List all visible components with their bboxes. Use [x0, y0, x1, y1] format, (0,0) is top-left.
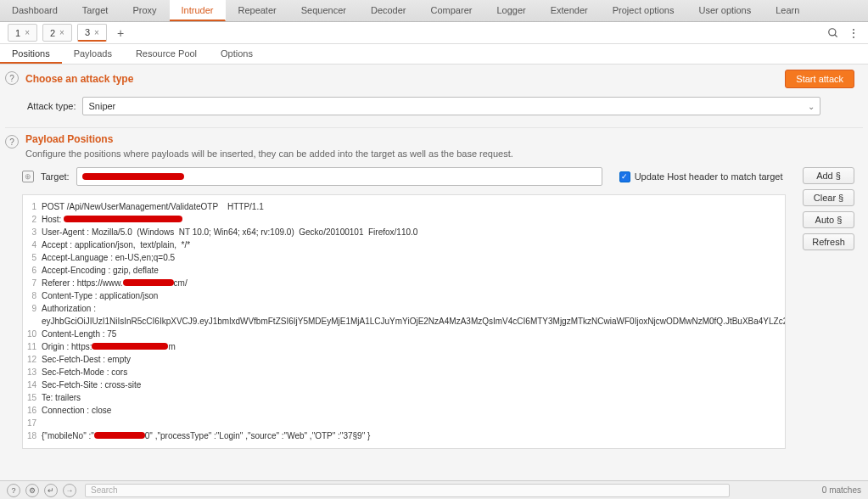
- target-input[interactable]: [76, 167, 602, 186]
- tab-comparer[interactable]: Comparer: [419, 0, 485, 21]
- clear-button[interactable]: Clear §: [803, 189, 854, 206]
- inner-tab-payloads[interactable]: Payloads: [62, 44, 124, 64]
- attack-type-value: Sniper: [88, 101, 115, 111]
- close-icon[interactable]: ×: [59, 28, 64, 37]
- payload-positions-heading: Payload Positions: [25, 133, 854, 145]
- close-icon[interactable]: ×: [94, 28, 99, 37]
- tab-intruder[interactable]: Intruder: [170, 0, 227, 21]
- chevron-down-icon: ⌄: [808, 102, 815, 111]
- help-icon[interactable]: ?: [5, 71, 19, 85]
- auto-button[interactable]: Auto §: [803, 211, 854, 228]
- forward-icon[interactable]: →: [63, 484, 76, 497]
- gear-icon[interactable]: ⚙: [25, 484, 39, 497]
- bottom-bar: ? ⚙ ↵ → Search 0 matches: [0, 480, 868, 499]
- start-attack-button[interactable]: Start attack: [785, 70, 854, 88]
- tab-target[interactable]: Target: [70, 0, 121, 21]
- menu-icon[interactable]: ⋮: [848, 26, 860, 40]
- tab-decoder[interactable]: Decoder: [359, 0, 419, 21]
- inner-tab-options[interactable]: Options: [209, 44, 265, 64]
- crosshair-icon[interactable]: ⊕: [22, 171, 34, 182]
- refreshbutton[interactable]: Refresh: [803, 233, 854, 250]
- sub-tab-2[interactable]: 2×: [42, 24, 72, 42]
- tab-project-options[interactable]: Project options: [601, 0, 687, 21]
- main-tab-bar: DashboardTargetProxyIntruderRepeaterSequ…: [0, 0, 868, 22]
- close-icon[interactable]: ×: [25, 28, 30, 37]
- tab-user-options[interactable]: User options: [686, 0, 764, 21]
- request-editor[interactable]: 1POST /Api/NewUserManagement/ValidateOTP…: [22, 194, 786, 449]
- attack-type-heading: Choose an attack type: [25, 73, 133, 85]
- tab-extender[interactable]: Extender: [539, 0, 601, 21]
- inner-tab-resource-pool[interactable]: Resource Pool: [124, 44, 209, 64]
- tab-learn[interactable]: Learn: [764, 0, 812, 21]
- help-icon[interactable]: ?: [5, 135, 19, 149]
- attack-type-select[interactable]: Sniper ⌄: [82, 97, 820, 115]
- target-label: Target:: [41, 171, 70, 182]
- tab-logger[interactable]: Logger: [484, 0, 538, 21]
- payload-positions-desc: Configure the positions where payloads w…: [25, 149, 854, 159]
- update-host-label: Update Host header to match target: [635, 171, 783, 182]
- sub-tab-1[interactable]: 1×: [8, 24, 37, 42]
- sub-tab-3[interactable]: 3×: [77, 24, 107, 42]
- attack-type-label: Attack type:: [27, 101, 76, 111]
- tab-proxy[interactable]: Proxy: [120, 0, 169, 21]
- svg-line-1: [835, 34, 837, 36]
- intruder-tab-bar: 1×2×3× + ⋮: [0, 22, 868, 44]
- tab-repeater[interactable]: Repeater: [226, 0, 288, 21]
- match-count: 0 matches: [822, 485, 861, 495]
- tab-sequencer[interactable]: Sequencer: [289, 0, 359, 21]
- inner-tab-positions[interactable]: Positions: [0, 44, 62, 64]
- tab-dashboard[interactable]: Dashboard: [0, 0, 70, 21]
- search-icon[interactable]: [827, 27, 839, 39]
- help-icon[interactable]: ?: [7, 484, 20, 497]
- newline-icon[interactable]: ↵: [44, 484, 58, 497]
- update-host-checkbox[interactable]: ✓: [619, 171, 630, 182]
- new-tab-button[interactable]: +: [112, 24, 129, 42]
- intruder-inner-tabs: PositionsPayloadsResource PoolOptions: [0, 44, 868, 64]
- add-button[interactable]: Add §: [803, 167, 854, 184]
- svg-point-0: [829, 28, 836, 35]
- search-input[interactable]: Search: [85, 484, 730, 497]
